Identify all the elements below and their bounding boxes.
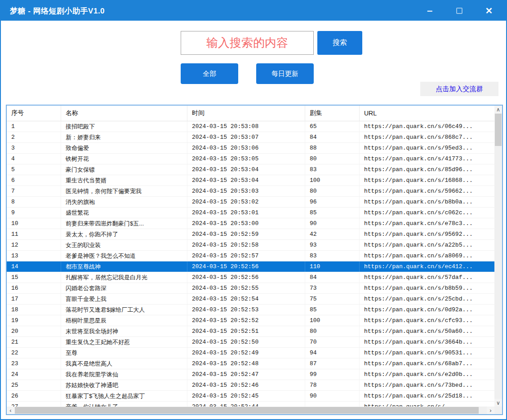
horizontal-scrollbar-thumb[interactable] <box>15 407 479 414</box>
table-body: 1接招吧殿下2024-03-15 20:53:0865https://pan.q… <box>7 121 494 407</box>
cell-time: 2024-03-15 20:52:52 <box>187 315 305 326</box>
all-button[interactable]: 全部 <box>181 63 238 84</box>
cell-num: 11 <box>7 229 61 239</box>
column-header-url[interactable]: URL <box>360 106 494 121</box>
table-row[interactable]: 17盲眼千金爱上我2024-03-15 20:52:5475https://pa… <box>7 294 494 305</box>
column-header-name[interactable]: 名称 <box>61 106 187 121</box>
table-row[interactable]: 3致命偏爱2024-03-15 20:53:0688https://pan.qu… <box>7 143 494 154</box>
table-row[interactable]: 23我真不是绝世高人2024-03-15 20:52:4887https://p… <box>7 358 494 369</box>
cell-url: https://pan.quark.cn/s/b8b0a... <box>360 197 494 207</box>
table-header: 序号 名称 时间 剧集 URL <box>7 106 494 121</box>
table-row[interactable]: 9盛世繁花2024-03-15 20:53:0185https://pan.qu… <box>7 208 494 218</box>
column-header-episodes[interactable]: 剧集 <box>305 106 360 121</box>
table-row[interactable]: 20末世将至我全场封神2024-03-15 20:52:5180https://… <box>7 326 494 337</box>
cell-episodes: 87 <box>305 358 360 369</box>
maximize-button[interactable] <box>450 4 468 18</box>
cell-episodes: 73 <box>305 283 360 293</box>
cell-episodes: 65 <box>305 121 360 132</box>
cell-time: 2024-03-15 20:52:56 <box>187 261 305 272</box>
cell-time: 2024-03-15 20:53:02 <box>187 197 305 207</box>
cell-num: 22 <box>7 348 61 358</box>
cell-name: 至尊 <box>61 348 187 358</box>
cell-num: 21 <box>7 337 61 347</box>
cell-episodes: 78 <box>305 380 360 390</box>
table-row[interactable]: 5豪门女保镖2024-03-15 20:53:0483https://pan.q… <box>7 164 494 175</box>
table-row[interactable]: 12女王的职业装2024-03-15 20:52:5893https://pan… <box>7 240 494 251</box>
cell-episodes: 83 <box>305 164 360 175</box>
cell-url: https://pan.quark.cn/s/a22b5... <box>360 240 494 250</box>
table-row[interactable]: 4铁树开花2024-03-15 20:53:0580https://pan.qu… <box>7 154 494 164</box>
cell-url: https://pan.quark.cn/s/c062c... <box>360 208 494 218</box>
table-row[interactable]: 2新：娇妻归来2024-03-15 20:53:0784https://pan.… <box>7 132 494 143</box>
scroll-up-button[interactable]: ∧ <box>494 106 502 113</box>
table-row[interactable]: 13老爹是神医？我怎么不知道2024-03-15 20:52:5783https… <box>7 251 494 261</box>
cell-url: https://pan.quark.cn/s/cfc93... <box>360 315 494 326</box>
horizontal-scrollbar[interactable]: ‹ › <box>7 407 494 414</box>
cell-time: 2024-03-15 20:52:48 <box>187 358 305 369</box>
cell-num: 24 <box>7 369 61 380</box>
table-row[interactable]: 1接招吧殿下2024-03-15 20:53:0865https://pan.q… <box>7 121 494 132</box>
cell-name: 亲爹，你认错女儿了 <box>61 402 187 407</box>
search-input[interactable] <box>181 31 314 55</box>
scroll-right-button[interactable]: › <box>487 407 494 414</box>
table-row[interactable]: 18落花时节又逢君$嫁给厂工大人2024-03-15 20:52:5385htt… <box>7 305 494 315</box>
join-group-link[interactable]: 点击加入交流群 <box>420 82 498 96</box>
table-row[interactable]: 11裴太太，你跑不掉了2024-03-15 20:52:5942https://… <box>7 229 494 240</box>
cell-url: https://pan.quark.cn/s/85d96... <box>360 164 494 175</box>
cell-num: 5 <box>7 164 61 175</box>
cell-url: https://pan.quark.cn/s/50a60... <box>360 326 494 336</box>
cell-name: 女王的职业装 <box>61 240 187 250</box>
cell-time: 2024-03-15 20:52:49 <box>187 348 305 358</box>
cell-url: https://pan.quark.cn/s/25d18... <box>360 391 494 401</box>
cell-name: 重生古代当赘婿 <box>61 175 187 186</box>
table-row[interactable]: 16闪婚老公套路深2024-03-15 20:52:5573https://pa… <box>7 283 494 294</box>
table-row[interactable]: 7医见钟情，奈何陛下偏要宠我2024-03-15 20:53:0380https… <box>7 186 494 197</box>
table-row[interactable]: 26狂暴家丁$飞驰人生之超品家丁2024-03-15 20:52:4590htt… <box>7 391 494 402</box>
cell-url: https://pan.quark.cn/s/68ab7... <box>360 358 494 369</box>
column-header-time[interactable]: 时间 <box>187 106 305 121</box>
close-button[interactable]: ✕ <box>480 4 498 18</box>
cell-num: 17 <box>7 294 61 304</box>
cell-url: https://pan.quark.cn/s/... <box>360 402 494 407</box>
cell-name: 盲眼千金爱上我 <box>61 294 187 304</box>
cell-name: 前妻归来带四崽炸翻豪门$五... <box>61 218 187 229</box>
column-header-num[interactable]: 序号 <box>7 106 61 121</box>
scroll-down-button[interactable]: ∨ <box>494 399 502 407</box>
cell-time: 2024-03-15 20:52:57 <box>187 251 305 261</box>
table-row[interactable]: 15扎醒将军，居然忘记我是白月光2024-03-15 20:52:5684htt… <box>7 272 494 283</box>
vertical-scrollbar-thumb[interactable] <box>495 114 502 146</box>
cell-episodes: 90 <box>305 218 360 229</box>
table-row[interactable]: 27亲爹，你认错女儿了2024-03-15 20:52:44https://pa… <box>7 402 494 407</box>
cell-episodes: 80 <box>305 154 360 164</box>
window-controls: – ✕ <box>421 1 498 21</box>
titlebar[interactable]: 梦糖 - 网络短剧小助手V1.0 – ✕ <box>1 1 506 21</box>
cell-num: 16 <box>7 283 61 293</box>
cell-num: 19 <box>7 315 61 326</box>
cell-time: 2024-03-15 20:53:05 <box>187 154 305 164</box>
table-row[interactable]: 6重生古代当赘婿2024-03-15 20:53:04100https://pa… <box>7 175 494 186</box>
table-row[interactable]: 21重生复仇之王妃她不好惹2024-03-15 20:52:5070https:… <box>7 337 494 348</box>
table-row[interactable]: 24我在养老院里学诛仙2024-03-15 20:52:4799https://… <box>7 369 494 380</box>
cell-episodes: 96 <box>305 197 360 207</box>
search-button[interactable]: 搜索 <box>317 31 362 55</box>
table-row[interactable]: 22至尊2024-03-15 20:52:4994https://pan.qua… <box>7 348 494 358</box>
table-row[interactable]: 25苏姑娘快收了神通吧2024-03-15 20:52:4678https://… <box>7 380 494 391</box>
cell-episodes: 110 <box>305 261 360 272</box>
scroll-left-button[interactable]: ‹ <box>7 407 14 414</box>
cell-url: https://pan.quark.cn/s/57daf... <box>360 272 494 283</box>
minimize-button[interactable]: – <box>421 4 439 18</box>
cell-name: 末世将至我全场封神 <box>61 326 187 336</box>
table-row[interactable]: 14都市至尊战神2024-03-15 20:52:56110https://pa… <box>7 261 494 272</box>
cell-name: 我在养老院里学诛仙 <box>61 369 187 380</box>
table-row[interactable]: 8消失的旗袍2024-03-15 20:53:0296https://pan.q… <box>7 197 494 208</box>
cell-time: 2024-03-15 20:52:47 <box>187 369 305 380</box>
vertical-scrollbar[interactable]: ∧ ∨ <box>494 106 502 407</box>
cell-num: 23 <box>7 358 61 369</box>
cell-episodes: 85 <box>305 305 360 315</box>
daily-update-button[interactable]: 每日更新 <box>256 63 314 84</box>
cell-name: 老爹是神医？我怎么不知道 <box>61 251 187 261</box>
table-row[interactable]: 19梧桐叶里思星辰2024-03-15 20:52:52100https://p… <box>7 315 494 326</box>
table-row[interactable]: 10前妻归来带四崽炸翻豪门$五...2024-03-15 20:53:0090h… <box>7 218 494 229</box>
cell-url: https://pan.quark.cn/s/e78c3... <box>360 218 494 229</box>
cell-num: 26 <box>7 391 61 401</box>
